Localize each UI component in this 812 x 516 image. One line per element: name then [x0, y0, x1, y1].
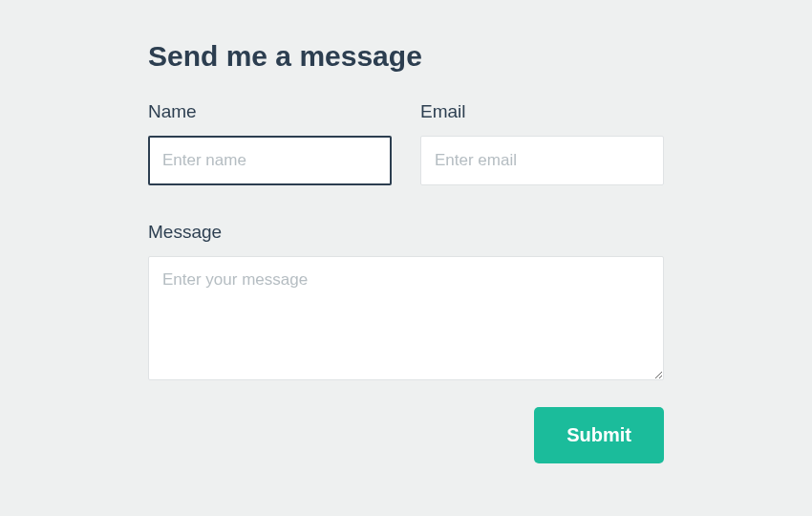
message-textarea[interactable] [148, 256, 664, 380]
email-input[interactable] [420, 136, 664, 185]
name-email-row: Name Email [148, 101, 664, 185]
name-input[interactable] [148, 136, 392, 185]
email-label: Email [420, 101, 664, 122]
name-field-group: Name [148, 101, 392, 185]
message-label: Message [148, 222, 664, 243]
name-label: Name [148, 101, 392, 122]
form-actions: Submit [148, 407, 664, 463]
contact-form-container: Send me a message Name Email Message Sub… [0, 0, 812, 463]
message-field-group: Message [148, 222, 664, 380]
email-field-group: Email [420, 101, 664, 185]
form-title: Send me a message [148, 40, 664, 73]
submit-button[interactable]: Submit [534, 407, 664, 463]
